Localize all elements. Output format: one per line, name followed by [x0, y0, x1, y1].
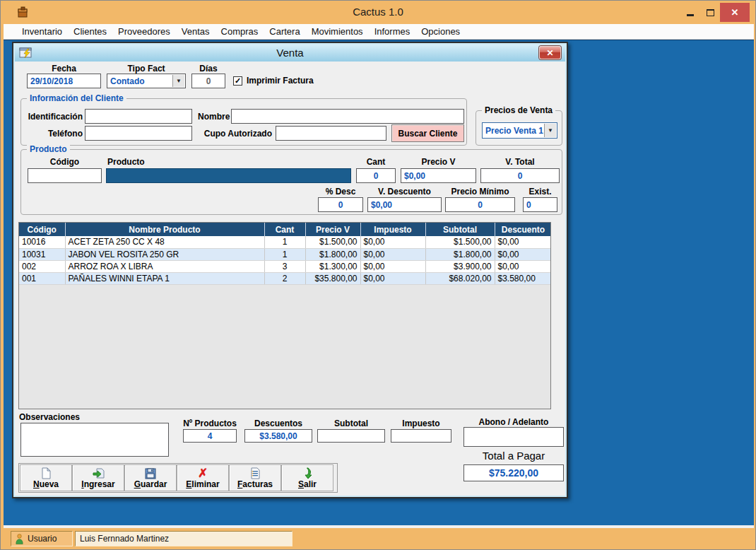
menubar: Inventario Clientes Proveedores Ventas C… — [4, 24, 754, 40]
tipo-fact-label: Tipo Fact — [107, 64, 186, 74]
n-productos-label: Nº Productos — [180, 419, 240, 428]
cant-label: Cant — [356, 157, 396, 167]
statusbar: Usuario Luis Fernnado Martinez — [4, 525, 754, 548]
menu-cartera[interactable]: Cartera — [264, 25, 305, 38]
facturas-button[interactable]: Facturas — [229, 464, 281, 491]
table-row[interactable]: 001 PAÑALES WINNI ETAPA 1 2 $35.800,00 $… — [19, 272, 551, 284]
table-row[interactable]: 10016 ACET ZETA 250 CC X 48 1 $1.500,00 … — [19, 236, 551, 248]
producto-codigo-field[interactable] — [28, 168, 102, 183]
salir-button[interactable]: Salir — [281, 464, 333, 491]
telefono-label: Teléfono — [26, 129, 83, 139]
imprimir-factura-checkbox[interactable]: ✓ Imprimir Factura — [233, 76, 314, 86]
products-grid[interactable]: Código Nombre Producto Cant Precio V Imp… — [18, 222, 551, 409]
descuentos-field[interactable]: $3.580,00 — [244, 429, 312, 443]
eliminar-button[interactable]: ✗ Eliminar — [177, 464, 229, 491]
descuentos-label: Descuentos — [244, 419, 312, 428]
col-subtotal: Subtotal — [425, 223, 495, 236]
nombre-label: Nombre — [198, 112, 230, 122]
producto-label: Producto — [107, 157, 145, 167]
maximize-button[interactable] — [700, 4, 720, 21]
minimize-icon — [687, 14, 694, 16]
observaciones-textarea[interactable] — [20, 423, 169, 457]
nombre-field[interactable] — [231, 109, 464, 124]
insert-arrow-icon — [92, 467, 105, 480]
table-row[interactable]: 002 ARROZ ROA X LIBRA 3 $1.300,00 $0,00 … — [19, 260, 551, 272]
user-icon — [16, 534, 23, 544]
venta-close-button[interactable]: ✕ — [539, 46, 561, 59]
menu-ventas[interactable]: Ventas — [176, 25, 215, 38]
subtotal-label: Subtotal — [317, 419, 385, 428]
menu-compras[interactable]: Compras — [215, 25, 264, 38]
producto-precio-field[interactable]: $0,00 — [401, 168, 476, 183]
guardar-button[interactable]: Guardar — [124, 464, 177, 491]
v-descuento-field[interactable]: $0,00 — [367, 197, 442, 212]
producto-group-title: Producto — [27, 144, 70, 154]
venta-close-icon: ✕ — [546, 48, 553, 58]
table-row[interactable]: 10031 JABON VEL ROSITA 250 GR 1 $1.800,0… — [19, 248, 551, 260]
precios-groupbox: Precios de Venta Precio Venta 1 ▼ — [476, 110, 562, 146]
mdi-area: Venta ✕ Fecha 29/10/2018 Tipo Fact Conta… — [4, 40, 754, 525]
n-productos-field[interactable]: 4 — [183, 429, 237, 443]
fecha-field[interactable]: 29/10/2018 — [27, 74, 101, 88]
window-title: Cactus 1.0 — [1, 6, 755, 18]
dias-label: Días — [191, 64, 225, 74]
abono-adelanto-label: Abono / Adelanto — [463, 417, 564, 427]
minimize-button[interactable] — [680, 4, 700, 21]
cupo-autorizado-label: Cupo Autorizado — [201, 129, 272, 139]
maximize-icon — [707, 9, 714, 16]
nueva-button[interactable]: Nueva — [20, 464, 72, 491]
save-floppy-icon — [144, 467, 157, 480]
menu-movimientos[interactable]: Movimientos — [306, 25, 369, 38]
precio-minimo-field[interactable]: 0 — [445, 197, 515, 212]
abono-adelanto-field[interactable] — [463, 427, 564, 447]
col-nombre-producto: Nombre Producto — [65, 223, 264, 236]
buscar-cliente-button[interactable]: Buscar Cliente — [391, 124, 464, 142]
menu-opciones[interactable]: Opciones — [415, 25, 466, 38]
exist-label: Exist. — [523, 187, 557, 197]
ingresar-button[interactable]: Ingresar — [72, 464, 124, 491]
codigo-label: Código — [28, 157, 102, 167]
chevron-down-icon[interactable]: ▼ — [544, 124, 556, 137]
precio-minimo-label: Precio Mínimo — [445, 187, 515, 197]
producto-cant-field[interactable]: 0 — [356, 168, 396, 183]
venta-window: Venta ✕ Fecha 29/10/2018 Tipo Fact Conta… — [12, 42, 568, 498]
delete-x-icon: ✗ — [196, 467, 209, 480]
cliente-group-title: Información del Cliente — [27, 93, 126, 103]
impuesto-total-label: Impuesto — [391, 419, 451, 428]
producto-nombre-field[interactable] — [106, 168, 351, 183]
identificacion-label: Identificación — [26, 112, 83, 122]
menu-clientes[interactable]: Clientes — [68, 25, 112, 38]
precio-venta-select[interactable]: Precio Venta 1 ▼ — [482, 122, 557, 139]
venta-titlebar[interactable]: Venta ✕ — [15, 45, 565, 62]
application-window: Cactus 1.0 ✕ Inventario Clientes Proveed… — [0, 0, 756, 550]
usuario-nombre: Luis Fernnado Martinez — [80, 534, 169, 544]
col-descuento: Descuento — [495, 223, 551, 236]
tipo-fact-select[interactable]: Contado ▼ — [107, 74, 186, 88]
cupo-autorizado-field[interactable] — [276, 126, 386, 141]
fecha-label: Fecha — [27, 64, 101, 74]
telefono-field[interactable] — [85, 126, 192, 141]
precios-group-title: Precios de Venta — [482, 105, 555, 115]
identificacion-field[interactable] — [85, 109, 192, 124]
venta-title: Venta — [15, 47, 565, 59]
col-cant: Cant — [264, 223, 305, 236]
v-total-label: V. Total — [480, 157, 560, 167]
col-codigo: Código — [19, 223, 65, 236]
impuesto-total-field[interactable] — [391, 429, 451, 443]
menu-inventario[interactable]: Inventario — [16, 25, 68, 38]
precio-v-label: Precio V — [401, 157, 476, 167]
close-button[interactable]: ✕ — [720, 3, 750, 22]
menu-proveedores[interactable]: Proveedores — [112, 25, 176, 38]
producto-groupbox: Producto Código Producto Cant Precio V V… — [20, 149, 562, 215]
v-descuento-label: V. Descuento — [367, 187, 442, 197]
pct-desc-field[interactable]: 0 — [318, 197, 363, 212]
dias-field[interactable]: 0 — [191, 74, 225, 88]
producto-vtotal-field[interactable]: 0 — [480, 168, 560, 183]
usuario-nombre-panel: Luis Fernnado Martinez — [75, 531, 293, 546]
subtotal-field[interactable] — [317, 429, 385, 443]
menu-informes[interactable]: Informes — [369, 25, 416, 38]
exist-field[interactable]: 0 — [523, 197, 557, 212]
chevron-down-icon[interactable]: ▼ — [172, 75, 184, 87]
usuario-panel: Usuario — [11, 531, 73, 546]
col-precio-v: Precio V — [305, 223, 360, 236]
